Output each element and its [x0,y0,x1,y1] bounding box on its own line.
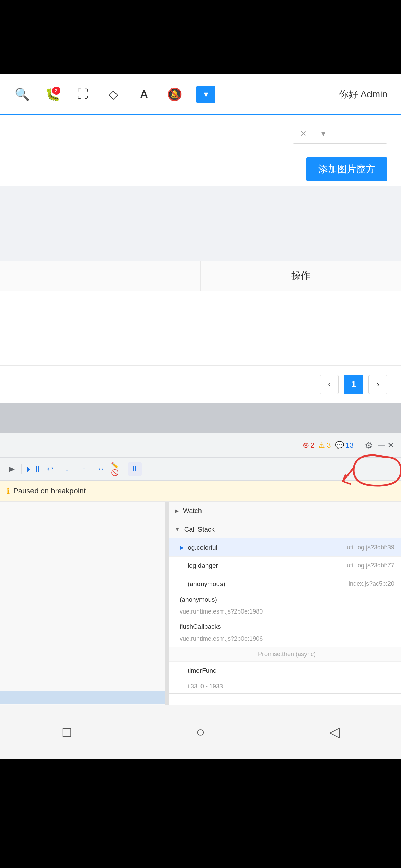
paused-icon: ℹ [7,486,10,496]
entry-0-name: log.colorful [186,544,343,551]
async-separator-text: Promise.then (async) [258,651,316,658]
info-count-badge: 💬 13 [335,441,354,450]
async-line-right [318,654,394,654]
pagination-row: ‹ 1 › [0,365,401,403]
bottom-nav: □ ○ ◁ [0,705,401,759]
expand-icon[interactable]: ⛶ [75,86,91,103]
entry-0-loc: util.log.js?3dbf:39 [347,544,394,551]
header-toolbar: 🔍 🐛 2 ⛶ ◇ A 🔕 ▾ 你好 Admin [0,74,401,115]
entry-3-name: (anonymous) [180,596,217,603]
notification-icon[interactable]: 🔕 [166,86,183,103]
step-into-btn[interactable]: ↓ [60,462,74,476]
top-black-bar [0,0,401,74]
entry-4-loc-text: vue.runtime.esm.js?2b0e:1906 [180,635,263,642]
callstack-entry-1[interactable]: log.danger util.log.js?3dbf:77 [169,557,401,575]
async-line-left [180,654,255,654]
callstack-entry-0[interactable]: ▶ log.colorful util.log.js?3dbf:39 [169,538,401,557]
nav-circle-btn[interactable]: ○ [187,718,214,745]
filter-input-group: ✕ ▾ [293,124,387,144]
watch-header[interactable]: ▶ Watch [169,502,401,520]
step-btn[interactable]: ↔ [94,462,108,476]
debug-left-panel [0,502,169,705]
panel-toggle-btn[interactable]: ▶︎ [7,463,17,475]
warning-icon: ⚠ [318,441,325,450]
async-separator: Promise.then (async) [169,647,401,662]
callstack-section: ▼ Call Stack ▶ log.colorful util.log.js?… [169,520,401,694]
bug-badge: 2 [52,87,60,95]
callstack-entry-2[interactable]: (anonymous) index.js?ac5b:20 [169,575,401,593]
devtools-close-icon[interactable]: ✕ [387,441,394,450]
error-count: 2 [310,441,314,450]
add-image-button[interactable]: 添加图片魔方 [306,157,387,181]
entry-1-name: log.danger [180,562,343,570]
entry-1-loc: util.log.js?3dbf:77 [347,562,394,569]
bug-icon[interactable]: 🐛 2 [44,86,61,103]
table-col-operations: 操作 [201,261,401,291]
callstack-entries: ▶ log.colorful util.log.js?3dbf:39 log.d… [169,538,401,693]
bottom-black: □ ○ ◁ [0,705,401,779]
callstack-entry-5[interactable]: timerFunc [169,662,401,680]
dropdown-icon[interactable]: ▾ [196,86,215,103]
resume-btn[interactable]: ⏵⏸ [26,462,40,476]
devtools-panel: ⊗ 2 ⚠ 3 💬 13 ⚙ — ✕ ▶︎ [0,433,401,705]
highlighted-line [0,691,169,704]
controls-sep [21,464,22,474]
active-frame-icon: ▶ [180,544,184,551]
topbar-controls: — ✕ [378,441,394,450]
filter-dropdown-btn[interactable]: ▾ [313,124,334,144]
add-btn-row: 添加图片魔方 [0,152,401,186]
table-header-row: 操作 [0,261,401,291]
devtools-topbar: ⊗ 2 ⚠ 3 💬 13 ⚙ — ✕ [0,433,401,458]
entry-4-name: flushCallbacks [180,623,221,630]
warning-count-badge: ⚠ 3 [318,441,331,450]
table-col-left [0,261,201,291]
entry-3-loc-text: vue.runtime.esm.js?2b0e:1980 [180,608,263,615]
pause-btn[interactable]: ⏸ [128,462,142,476]
filter-clear-btn[interactable]: ✕ [293,124,313,144]
debug-right-panel: ▶ Watch ▼ Call Stack ▶ log.colorful [169,502,401,705]
source-code-area [0,502,169,691]
devtools-gear-icon[interactable]: ⚙ [365,440,373,451]
table-body [0,291,401,365]
devtools-controls-bar: ▶︎ ⏵⏸ ↩ ↓ ↑ ↔ ✏️🚫 ⏸ [0,458,401,481]
topbar-separator [359,440,359,450]
diamond-icon[interactable]: ◇ [105,86,122,103]
paused-notice: ℹ Paused on breakpoint [0,481,401,502]
pagination-next-btn[interactable]: › [368,375,387,394]
entry-5-name: timerFunc [180,667,394,674]
callstack-entry-3[interactable]: (anonymous) [169,593,401,603]
admin-label: 你好 Admin [339,88,387,101]
pagination-page-1[interactable]: 1 [344,375,363,394]
callstack-label: Call Stack [184,526,215,533]
deactivate-btn[interactable]: ✏️🚫 [111,462,125,476]
callstack-entry-4[interactable]: flushCallbacks [169,620,401,630]
app-container: 🔍 🐛 2 ⛶ ◇ A 🔕 ▾ 你好 Admin ✕ ▾ 添加图片魔方 操作 ‹… [0,74,401,705]
debug-scrollbar[interactable] [165,502,169,705]
table-area: 操作 [0,261,401,365]
nav-square-btn[interactable]: □ [53,718,80,745]
filter-row: ✕ ▾ [0,115,401,152]
info-count: 13 [345,441,354,450]
pagination-prev-btn[interactable]: ‹ [320,375,339,394]
watch-label: Watch [183,507,202,515]
step-out-btn[interactable]: ↑ [77,462,91,476]
callstack-entry-6-partial: i.33l.0 - 1933... [169,680,401,693]
watch-section: ▶ Watch [169,502,401,520]
search-icon[interactable]: 🔍 [14,86,30,103]
info-icon: 💬 [335,441,344,450]
devtools-minimize-icon[interactable]: — [378,441,385,450]
error-count-badge: ⊗ 2 [303,441,314,450]
callstack-entry-4-loc: vue.runtime.esm.js?2b0e:1906 [169,630,401,647]
callstack-entry-3-loc: vue.runtime.esm.js?2b0e:1980 [169,603,401,620]
warning-count: 3 [326,441,331,450]
font-icon[interactable]: A [135,86,152,103]
nav-back-btn[interactable]: ◁ [321,718,348,745]
content-area [0,186,401,261]
callstack-header[interactable]: ▼ Call Stack [169,520,401,538]
paused-message: Paused on breakpoint [13,487,86,495]
callstack-toggle-icon: ▼ [175,526,180,532]
debug-panel-body: ▶ Watch ▼ Call Stack ▶ log.colorful [0,502,401,705]
step-over-btn[interactable]: ↩ [43,462,57,476]
entry-2-name: (anonymous) [180,580,345,588]
error-icon: ⊗ [303,441,309,450]
